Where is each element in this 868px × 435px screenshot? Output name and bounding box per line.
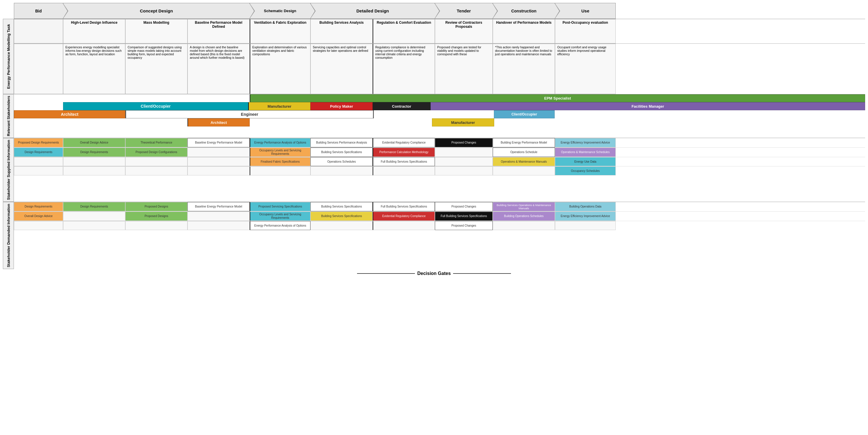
sup-r3-u: Energy Use Data — [555, 157, 616, 166]
sup-r2-cd3 — [187, 148, 250, 157]
sup-r4-u: Occupancy Schedules — [555, 166, 616, 176]
sup-r1-cd3: Baseline Energy Performance Model — [187, 138, 250, 147]
sup-r4-t — [435, 166, 493, 176]
sup-r1-dd1: Building Services Performance Analysis — [310, 138, 373, 147]
subphase-dd1: Building Services Analysis — [310, 19, 373, 43]
dem-r1-dd2: Full Building Services Specifications — [373, 202, 435, 211]
demanded-label: Stakeholder Demanded Information — [3, 202, 14, 269]
dem-r3-c — [493, 221, 555, 230]
demanded-row3: Energy Performance Analysis of Options P… — [14, 221, 865, 230]
sup-r1-cd2: Theoretical Performance — [125, 138, 187, 147]
demanded-section: Stakeholder Demanded Information Design … — [3, 202, 865, 269]
dem-r1-c: Building Services Operations & Maintenan… — [493, 202, 555, 211]
epm-desc-cd3: A design is chosen and the baseline mode… — [187, 44, 250, 94]
policy-maker-bar: Policy Maker — [310, 102, 373, 110]
client-occupier2-bar: Client/Occupier — [494, 110, 555, 118]
dem-r3-bid — [14, 221, 63, 230]
phase-use: Use — [555, 3, 616, 19]
epm-desc-c: *This action rarely happened and documen… — [493, 44, 555, 94]
sup-r3-t — [435, 157, 493, 166]
dem-r1-cd3: Baseline Energy Performance Model — [187, 202, 250, 211]
epm-desc-t: Proposed changes are tested for viabilit… — [435, 44, 493, 94]
dem-r1-bid: Design Requirements — [14, 202, 63, 211]
dem-r1-t: Proposed Changes — [435, 202, 493, 211]
sup-r3-bid — [14, 157, 63, 166]
epm-desc-dd2: Regulatory compliance is determined usin… — [373, 44, 435, 94]
subphase-sd: Ventilation & Fabric Exploration — [250, 19, 310, 43]
supplied-row1: Proposed Design Requirements Overall Des… — [14, 138, 865, 147]
dem-r2-cd2: Proposed Designs — [125, 212, 187, 221]
epm-row-label: Energy Performance Modelling Task — [3, 19, 14, 94]
subphase-cd3: Baseline Performance Model Defined — [187, 19, 250, 43]
sup-r3-sd: Finalised Fabric Specifications — [250, 157, 310, 166]
subphase-cd1: High-Level Design Influence — [63, 19, 125, 43]
sup-r4-sd — [250, 166, 310, 176]
grid-container: Energy Performance Modelling Task High-L… — [3, 19, 865, 94]
subphase-c: Handover of Performance Models — [493, 19, 555, 43]
sup-r4-cd3 — [187, 166, 250, 176]
client-bar: Client/Occupier — [63, 102, 248, 110]
epm-specialist-bar: EPM Specialist — [250, 94, 865, 102]
phase-header-row: Bid Concept Design Schematic Design Deta… — [14, 3, 865, 19]
sup-r3-c: Operations & Maintenance Manuals — [493, 157, 555, 166]
sup-r1-c: Building Energy Performance Model — [493, 138, 555, 147]
sup-r2-cd2: Proposed Design Configurations — [125, 148, 187, 157]
architect2-bar: Architect — [187, 118, 250, 126]
subphase-bid — [14, 19, 63, 43]
manufacturer2-bar: Manufacturer — [432, 118, 494, 126]
sup-r4-cd1 — [63, 166, 125, 176]
sup-r3-cd3 — [187, 157, 250, 166]
sup-r1-sd: Energy Performance Analysis of Options — [250, 138, 310, 147]
architect-bar: Architect — [14, 110, 125, 118]
sup-r2-bid: Design Requirements — [14, 148, 63, 157]
epm-desc-sd: Exploration and determination of various… — [250, 44, 310, 94]
sup-r3-dd1: Operations Schedules — [310, 157, 373, 166]
contractor-bar: Contractor — [373, 102, 431, 110]
subphase-u: Post-Occupancy evaluation — [555, 19, 616, 43]
sup-r1-t: Proposed Changes — [435, 138, 493, 147]
dem-r2-cd1 — [63, 212, 125, 221]
sup-r1-bid: Proposed Design Requirements — [14, 138, 63, 147]
phase-bid: Bid — [14, 3, 63, 19]
supplied-section: Stakeholder Supplied Information Propose… — [3, 138, 865, 202]
dem-r1-cd2: Proposed Designs — [125, 202, 187, 211]
supplied-row3: Finalised Fabric Specifications Operatio… — [14, 157, 865, 166]
demanded-row2: Overall Design Advice Proposed Designs O… — [14, 211, 865, 221]
dem-r1-cd1: Design Requirements — [63, 202, 125, 211]
dem-r2-bid: Overall Design Advice — [14, 212, 63, 221]
phase-tender: Tender — [435, 3, 493, 19]
dem-r3-u — [555, 221, 616, 230]
dem-r2-c: Building Operations Schedules — [493, 212, 555, 221]
epm-specialist-row: EPM Specialist — [14, 94, 865, 102]
epm-desc-cd2: Comparison of suggested designs using si… — [125, 44, 187, 94]
dem-r3-sd: Energy Performance Analysis of Options — [250, 221, 310, 230]
dem-r2-dd1: Building Services Specifications — [310, 212, 373, 221]
sup-r2-c: Operations Schedule — [493, 148, 555, 157]
stakeholders-section: Relevant Stakeholders EPM Specialist Cli… — [3, 94, 865, 138]
dem-r3-t: Proposed Changes — [435, 221, 493, 230]
subphase-row: High-Level Design Influence Mass Modelli… — [14, 19, 865, 43]
arch2-mfr2-row: Architect Manufacturer — [14, 118, 865, 126]
subphase-t: Review of Contractors Proposals — [435, 19, 493, 43]
subphase-cd2: Mass Modelling — [125, 19, 187, 43]
sup-r2-sd: Occupancy Levels and Servicing Requireme… — [250, 148, 310, 157]
engineer-bar: Engineer — [126, 110, 373, 118]
manufacturer-bar: Manufacturer — [248, 102, 310, 110]
sup-r2-cd1: Design Requirements — [63, 148, 125, 157]
sup-r4-cd2 — [125, 166, 187, 176]
phase-sd: Schematic Design — [250, 3, 310, 19]
facilities-manager-bar: Facilities Manager — [431, 102, 865, 110]
supplied-row4: Occupancy Schedules — [14, 166, 865, 176]
epm-desc-dd1: Servicing capacities and optimal control… — [310, 44, 373, 94]
epm-desc-row: Experiences energy modelling specialist … — [14, 43, 865, 94]
bottom-label: Decision Gates — [3, 271, 865, 276]
phase-construction: Construction — [493, 3, 555, 19]
epm-desc-bid — [14, 44, 63, 94]
sup-r3-dd2: Full Building Services Specifications — [373, 157, 435, 166]
sup-r3-cd1 — [63, 157, 125, 166]
architect-engineer-row: Architect Engineer Client/Occupier — [14, 110, 865, 118]
supplied-row2: Design Requirements Design Requirements … — [14, 147, 865, 157]
sup-r4-c — [493, 166, 555, 176]
sup-r4-dd1 — [310, 166, 373, 176]
dem-r2-dd2: Evidential Regulatory Compliance — [373, 212, 435, 221]
